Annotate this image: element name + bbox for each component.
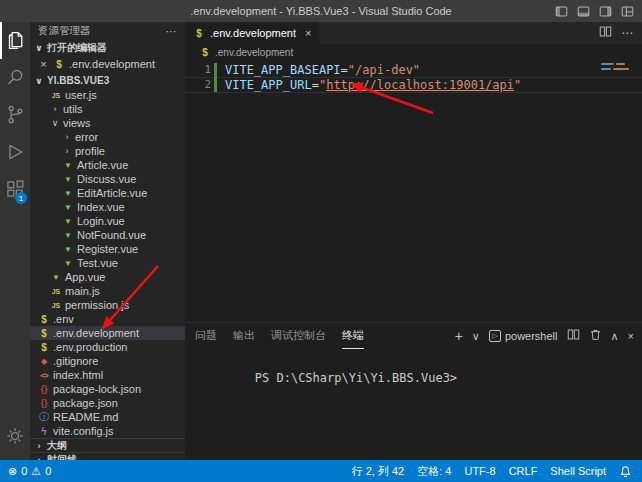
activity-bar: 1 [0, 22, 30, 460]
notifications-bell-icon[interactable] [619, 465, 632, 478]
code-token: = [341, 63, 348, 77]
tree-item-App.vue[interactable]: ▼App.vue [30, 270, 185, 284]
tree-item-index.html[interactable]: <>index.html [30, 368, 185, 382]
close-panel-icon[interactable]: × [628, 330, 634, 342]
run-debug-icon[interactable] [0, 133, 30, 170]
toggle-panel-icon[interactable] [577, 5, 590, 18]
outline-section[interactable]: › 大纲 [30, 438, 185, 452]
chevron-down-icon: ∨ [50, 118, 60, 128]
minimap[interactable] [601, 63, 637, 73]
code-token: " [514, 78, 521, 92]
open-editors-header[interactable]: ∨ 打开的编辑器 [30, 40, 185, 55]
tree-item-Article.vue[interactable]: ▼Article.vue [30, 158, 185, 172]
vue-icon: ▼ [62, 217, 74, 226]
tree-item-label: utils [63, 103, 83, 115]
markdown-icon: ⓘ [38, 410, 50, 424]
split-terminal-icon[interactable] [567, 327, 580, 345]
tree-item-label: profile [75, 145, 105, 157]
toggle-secondary-sidebar-icon[interactable] [599, 5, 612, 18]
line-number: 1 [185, 63, 211, 77]
status-encoding[interactable]: UTF-8 [464, 465, 495, 477]
toggle-sidebar-icon[interactable] [555, 5, 568, 18]
tree-item-profile[interactable]: ›profile [30, 144, 185, 158]
tree-item-vite.config.js[interactable]: ϟvite.config.js [30, 424, 185, 438]
js-icon: JS [50, 92, 62, 99]
status-eol[interactable]: CRLF [509, 465, 538, 477]
tree-item-Login.vue[interactable]: ▼Login.vue [30, 214, 185, 228]
close-icon[interactable]: × [305, 27, 311, 39]
code-editor[interactable]: 1VITE_APP_BASEAPI="/api-dev"2VITE_APP_UR… [185, 60, 642, 322]
customize-layout-icon[interactable] [621, 5, 634, 18]
extensions-icon[interactable]: 1 [0, 170, 30, 207]
tree-item-Index.vue[interactable]: ▼Index.vue [30, 200, 185, 214]
panel-tab-输出[interactable]: 输出 [233, 323, 255, 349]
tree-item-.env.production[interactable]: $.env.production [30, 340, 185, 354]
html-icon: <> [38, 371, 50, 380]
breadcrumb[interactable]: $ .env.development [185, 44, 642, 60]
tree-item-utils[interactable]: ›utils [30, 102, 185, 116]
open-editor-item[interactable]: × $ .env.development [30, 55, 185, 73]
tree-item-NotFound.vue[interactable]: ▼NotFound.vue [30, 228, 185, 242]
terminal-dropdown-icon[interactable]: ∨ [472, 330, 480, 343]
editor-area: $ .env.development × ⋯ $ .env.developmen… [185, 22, 642, 460]
tree-item-views[interactable]: ∨views [30, 116, 185, 130]
terminal-actions: + ∨ ▷ powershell ∧ × [455, 327, 634, 345]
status-cursor-position[interactable]: 行 2, 列 42 [352, 464, 405, 479]
close-icon[interactable]: × [38, 58, 49, 70]
git-added-gutter-indicator [214, 63, 217, 92]
tree-item-Register.vue[interactable]: ▼Register.vue [30, 242, 185, 256]
tree-item-label: App.vue [65, 271, 105, 283]
tree-item-permission.js[interactable]: JSpermission.js [30, 298, 185, 312]
code-line-1[interactable]: 1VITE_APP_BASEAPI="/api-dev" [185, 63, 642, 77]
panel-tab-问题[interactable]: 问题 [195, 323, 217, 349]
status-indentation[interactable]: 空格: 4 [417, 464, 451, 479]
settings-gear-icon[interactable] [0, 417, 30, 454]
tree-item-label: .env.development [53, 327, 139, 339]
tree-item-main.js[interactable]: JSmain.js [30, 284, 185, 298]
timeline-label: 时间线 [47, 453, 77, 461]
tree-item-package-lock.json[interactable]: {}package-lock.json [30, 382, 185, 396]
split-editor-icon[interactable] [599, 24, 612, 42]
new-terminal-icon[interactable]: + [455, 328, 463, 344]
code-token: http://localhost:19001/api [326, 78, 514, 92]
tree-item-.gitignore[interactable]: ◆.gitignore [30, 354, 185, 368]
status-language-mode[interactable]: Shell Script [550, 465, 606, 477]
shell-selector[interactable]: ▷ powershell [489, 330, 558, 342]
panel-header: 问题输出调试控制台终端 + ∨ ▷ powershell [185, 323, 642, 349]
project-root-header[interactable]: ∨ YI.BBS.VUE3 [30, 73, 185, 88]
tree-item-error[interactable]: ›error [30, 130, 185, 144]
tree-item-.env.development[interactable]: $.env.development [30, 326, 185, 340]
tree-item-.env[interactable]: $.env [30, 312, 185, 326]
tree-item-label: README.md [53, 411, 118, 423]
code-line-2[interactable]: 2VITE_APP_URL="http://localhost:19001/ap… [185, 77, 642, 93]
tree-item-EditArticle.vue[interactable]: ▼EditArticle.vue [30, 186, 185, 200]
panel-tab-终端[interactable]: 终端 [342, 323, 364, 349]
explorer-icon[interactable] [0, 22, 30, 59]
tree-item-Discuss.vue[interactable]: ▼Discuss.vue [30, 172, 185, 186]
kill-terminal-icon[interactable] [589, 327, 602, 345]
maximize-panel-icon[interactable]: ∧ [611, 330, 619, 343]
tree-item-user.js[interactable]: JSuser.js [30, 88, 185, 102]
tree-item-label: .gitignore [53, 355, 98, 367]
env-icon: $ [38, 314, 50, 325]
env-file-icon: $ [193, 28, 205, 39]
terminal-output[interactable]: PS D:\CSharp\Yi\Yi.BBS.Vue3> [185, 349, 642, 407]
tab-env-development[interactable]: $ .env.development × [185, 22, 319, 44]
source-control-icon[interactable] [0, 96, 30, 133]
search-icon[interactable] [0, 59, 30, 96]
tree-item-label: Register.vue [77, 243, 138, 255]
vite-icon: ϟ [38, 426, 50, 437]
tree-item-README.md[interactable]: ⓘREADME.md [30, 410, 185, 424]
status-right-items: 行 2, 列 42空格: 4UTF-8CRLFShell Script [352, 464, 606, 479]
more-actions-icon[interactable]: ⋯ [621, 26, 633, 40]
tree-item-package.json[interactable]: {}package.json [30, 396, 185, 410]
tree-item-Test.vue[interactable]: ▼Test.vue [30, 256, 185, 270]
timeline-section[interactable]: › 时间线 [30, 452, 185, 460]
more-actions-icon[interactable]: ⋯ [166, 25, 178, 37]
tree-item-label: Login.vue [77, 215, 125, 227]
chevron-right-icon: › [62, 146, 72, 156]
problems-status[interactable]: ⊗ 0 ⚠ 0 [8, 465, 51, 478]
tree-item-label: package-lock.json [53, 383, 141, 395]
outline-label: 大纲 [47, 439, 67, 453]
panel-tab-调试控制台[interactable]: 调试控制台 [271, 323, 326, 349]
